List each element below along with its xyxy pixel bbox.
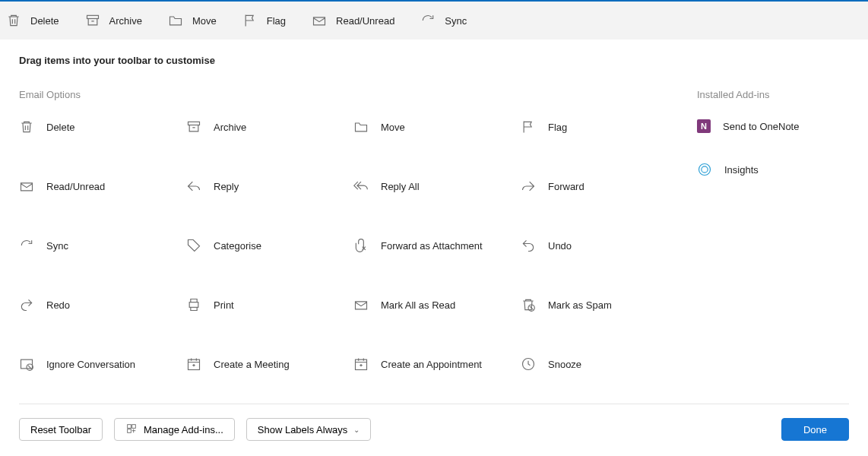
option-label: Delete	[46, 122, 75, 133]
toolbar-item-label: Delete	[30, 15, 59, 27]
option-label: Flag	[548, 122, 567, 133]
sync-icon	[420, 13, 436, 28]
option-label: Print	[214, 299, 234, 311]
option-forward[interactable]: Forward	[521, 179, 688, 194]
divider	[19, 404, 849, 404]
attach-icon	[353, 238, 369, 253]
toolbar-item-label: Archive	[109, 15, 142, 27]
toolbar-item-label: Read/Unread	[336, 15, 394, 27]
option-label: Create a Meeting	[214, 359, 290, 370]
clock-icon	[521, 356, 536, 372]
email-options-grid: DeleteArchiveMoveFlagRead/UnreadReplyRep…	[19, 119, 697, 372]
redo-icon	[19, 297, 34, 312]
option-label: Move	[381, 122, 405, 133]
option-createappt[interactable]: Create an Appointment	[353, 356, 521, 372]
reset-toolbar-button[interactable]: Reset Toolbar	[19, 418, 103, 441]
current-toolbar: DeleteArchiveMoveFlagRead/UnreadSync	[0, 0, 868, 40]
reply-icon	[186, 179, 201, 194]
envelope-icon	[312, 13, 327, 28]
done-button[interactable]: Done	[781, 418, 849, 441]
ignore-icon	[19, 356, 34, 372]
option-markallread[interactable]: Mark All as Read	[353, 297, 521, 312]
archive-icon	[85, 13, 100, 28]
option-snooze[interactable]: Snooze	[521, 356, 688, 372]
toolbar-item-label: Sync	[445, 15, 467, 27]
option-print[interactable]: Print	[186, 297, 353, 312]
folder-icon	[168, 13, 183, 28]
option-label: Snooze	[548, 359, 581, 370]
reset-toolbar-label: Reset Toolbar	[30, 424, 91, 435]
option-sync[interactable]: Sync	[19, 238, 186, 253]
option-label: Sync	[46, 240, 68, 252]
option-categorise[interactable]: Categorise	[186, 238, 353, 253]
option-label: Mark as Spam	[548, 299, 612, 311]
option-label: Archive	[214, 122, 246, 133]
option-undo[interactable]: Undo	[521, 238, 688, 253]
addins-list: NSend to OneNoteInsights	[697, 119, 849, 177]
flag-icon	[521, 119, 536, 135]
instruction-text: Drag items into your toolbar to customis…	[19, 55, 849, 66]
spam-icon	[521, 297, 536, 312]
onenote-icon: N	[697, 119, 711, 133]
forward-icon	[521, 179, 536, 194]
toolbar-item-readunread[interactable]: Read/Unread	[312, 13, 394, 28]
replyall-icon	[353, 179, 369, 194]
option-label: Mark All as Read	[381, 299, 455, 311]
option-forwardattach[interactable]: Forward as Attachment	[353, 238, 521, 253]
folder-icon	[353, 119, 369, 135]
option-replyall[interactable]: Reply All	[353, 179, 521, 194]
bottom-bar: Reset Toolbar Manage Add-ins... Show Lab…	[0, 418, 868, 441]
option-label: Categorise	[214, 240, 261, 252]
toolbar-item-delete[interactable]: Delete	[6, 13, 59, 28]
option-label: Reply All	[381, 181, 420, 192]
addin-label: Insights	[724, 164, 759, 176]
option-readunread[interactable]: Read/Unread	[19, 179, 186, 194]
manage-addins-button[interactable]: Manage Add-ins...	[114, 418, 235, 441]
done-label: Done	[803, 424, 827, 435]
addins-icon	[125, 423, 138, 437]
toolbar-item-move[interactable]: Move	[168, 13, 217, 28]
option-markspam[interactable]: Mark as Spam	[521, 297, 688, 312]
print-icon	[186, 297, 201, 312]
toolbar-item-label: Move	[192, 15, 217, 27]
option-ignoreconv[interactable]: Ignore Conversation	[19, 356, 186, 372]
option-label: Forward	[548, 181, 584, 192]
envelope-icon	[353, 297, 369, 312]
manage-addins-label: Manage Add-ins...	[144, 424, 223, 435]
addin-insights[interactable]: Insights	[697, 162, 849, 177]
option-flag[interactable]: Flag	[521, 119, 688, 135]
flag-icon	[242, 13, 258, 28]
option-label: Redo	[46, 299, 70, 311]
tag-icon	[186, 238, 201, 253]
option-label: Read/Unread	[46, 181, 105, 192]
option-createmeeting[interactable]: Create a Meeting	[186, 356, 353, 372]
insights-icon	[697, 162, 712, 177]
show-labels-label: Show Labels Always	[258, 424, 348, 435]
option-label: Create an Appointment	[381, 359, 482, 370]
installed-addins-title: Installed Add-ins	[697, 89, 849, 100]
undo-icon	[521, 238, 536, 253]
option-label: Reply	[214, 181, 239, 192]
toolbar-item-sync[interactable]: Sync	[420, 13, 467, 28]
option-archive[interactable]: Archive	[186, 119, 353, 135]
show-labels-dropdown[interactable]: Show Labels Always ⌄	[246, 418, 372, 441]
chevron-down-icon: ⌄	[353, 426, 360, 434]
envelope-icon	[19, 179, 34, 194]
email-options-title: Email Options	[19, 89, 697, 100]
toolbar-item-label: Flag	[267, 15, 286, 27]
archive-icon	[186, 119, 201, 135]
option-delete[interactable]: Delete	[19, 119, 186, 135]
option-reply[interactable]: Reply	[186, 179, 353, 194]
toolbar-item-flag[interactable]: Flag	[242, 13, 286, 28]
addin-sendonenote[interactable]: NSend to OneNote	[697, 119, 849, 133]
meeting-icon	[186, 356, 201, 372]
trash-icon	[6, 13, 21, 28]
toolbar-item-archive[interactable]: Archive	[85, 13, 142, 28]
addin-label: Send to OneNote	[723, 121, 799, 132]
option-move[interactable]: Move	[353, 119, 521, 135]
appointment-icon	[353, 356, 369, 372]
trash-icon	[19, 119, 34, 135]
option-label: Ignore Conversation	[46, 359, 135, 370]
option-redo[interactable]: Redo	[19, 297, 186, 312]
option-label: Undo	[548, 240, 572, 252]
